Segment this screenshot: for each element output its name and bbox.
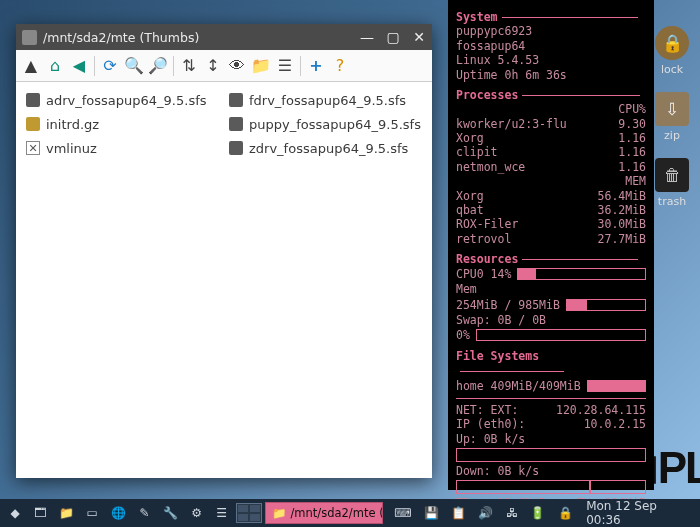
- desktop-icon-lock[interactable]: 🔒 lock: [652, 26, 692, 82]
- file-grid: adrv_fossapup64_9.5.sfsfdrv_fossapup64_9…: [26, 90, 422, 158]
- refresh-icon[interactable]: ⟳: [99, 55, 121, 77]
- proc-header-mem: MEM: [456, 174, 646, 188]
- section-system: System: [456, 10, 646, 24]
- mem-label: Mem: [456, 282, 646, 296]
- file-name: fdrv_fossapup64_9.5.sfs: [249, 93, 406, 108]
- mem-row: 254MiB / 985MiB: [456, 297, 646, 313]
- tray-drive-icon[interactable]: 💾: [419, 502, 443, 524]
- terminal-icon[interactable]: ▭: [81, 502, 103, 524]
- tool1-icon[interactable]: 🔧: [159, 502, 183, 524]
- file-item[interactable]: adrv_fossapup64_9.5.sfs: [26, 90, 219, 110]
- desktop-icon-zip[interactable]: ⇩ zip: [652, 92, 692, 148]
- mem-bar: [566, 299, 646, 311]
- net-up-label: Up: 0B k/s: [456, 432, 646, 446]
- desktop-icon-trash[interactable]: 🗑 trash: [652, 158, 692, 214]
- desktop-icon-label: lock: [652, 63, 692, 76]
- help-icon[interactable]: ?: [329, 55, 351, 77]
- process-row: retrovol27.7MiB: [456, 232, 646, 246]
- sort-icon[interactable]: ⇅: [178, 55, 200, 77]
- desktop-icons-column: 🔒 lock ⇩ zip 🗑 trash: [652, 26, 692, 224]
- taskbar: ◆ 🗔 📁 ▭ 🌐 ✎ 🔧 ⚙ ☰ 📁 /mnt/sda2/mte (T 100…: [0, 499, 700, 527]
- add-icon[interactable]: +: [305, 55, 327, 77]
- file-name: vmlinuz: [46, 141, 97, 156]
- toolbar-separator: [300, 56, 301, 76]
- swap-pct-label: 0%: [456, 328, 470, 342]
- file-item[interactable]: puppy_fossapup64_9.5.sfs: [229, 114, 422, 134]
- sfs-file-icon: [26, 93, 40, 107]
- back-icon[interactable]: ◀: [68, 55, 90, 77]
- cpu0-label: CPU0 14%: [456, 267, 511, 281]
- editor-icon[interactable]: ✎: [134, 502, 156, 524]
- select-icon[interactable]: ↕: [202, 55, 224, 77]
- up-icon[interactable]: ▲: [20, 55, 42, 77]
- file-manager-body[interactable]: adrv_fossapup64_9.5.sfsfdrv_fossapup64_9…: [16, 82, 432, 478]
- window-titlebar[interactable]: /mnt/sda2/mte (Thumbs) — ▢ ✕: [16, 24, 432, 50]
- taskbar-task-label: /mnt/sda2/mte (T: [290, 506, 383, 520]
- taskbar-clock[interactable]: Mon 12 Sep 00:36: [580, 499, 696, 527]
- show-desktop-icon[interactable]: 🗔: [29, 502, 51, 524]
- workspace-pager[interactable]: [236, 503, 263, 523]
- sfs-file-icon: [229, 93, 243, 107]
- file-item[interactable]: zdrv_fossapup64_9.5.sfs: [229, 138, 422, 158]
- file-name: initrd.gz: [46, 117, 99, 132]
- tray-keyboard-icon[interactable]: ⌨: [389, 502, 415, 524]
- list-icon[interactable]: ☰: [274, 55, 296, 77]
- process-row: Xorg1.16: [456, 131, 646, 145]
- sfs-file-icon: [229, 117, 243, 131]
- file-manager-window: /mnt/sda2/mte (Thumbs) — ▢ ✕ ▲ ⌂ ◀ ⟳ 🔍 🔎…: [16, 24, 432, 478]
- gz-file-icon: [26, 117, 40, 131]
- zoom-out-icon[interactable]: 🔍: [123, 55, 145, 77]
- browser-icon[interactable]: 🌐: [106, 502, 130, 524]
- taskbar-task-active[interactable]: 📁 /mnt/sda2/mte (T 100: [265, 502, 383, 524]
- process-row: clipit1.16: [456, 145, 646, 159]
- window-close-button[interactable]: ✕: [406, 24, 432, 50]
- uptime: Uptime 0h 6m 36s: [456, 68, 646, 82]
- file-manager-toolbar: ▲ ⌂ ◀ ⟳ 🔍 🔎 ⇅ ↕ 👁 📁 ☰ + ?: [16, 50, 432, 82]
- home-icon[interactable]: ⌂: [44, 55, 66, 77]
- hostname: puppypc6923: [456, 24, 646, 38]
- tray-network-icon[interactable]: 🖧: [501, 502, 523, 524]
- archive-icon: ⇩: [655, 92, 689, 126]
- tray-battery-icon[interactable]: 🔋: [526, 502, 550, 524]
- system-monitor-panel: System puppypc6923 fossapup64 Linux 5.4.…: [448, 0, 654, 490]
- file-name: zdrv_fossapup64_9.5.sfs: [249, 141, 408, 156]
- sfs-file-icon: [229, 141, 243, 155]
- window-maximize-button[interactable]: ▢: [380, 24, 406, 50]
- file-item[interactable]: fdrv_fossapup64_9.5.sfs: [229, 90, 422, 110]
- tool3-icon[interactable]: ☰: [211, 502, 233, 524]
- file-item[interactable]: initrd.gz: [26, 114, 219, 134]
- net-down-graph: [456, 480, 646, 494]
- fs-home-row: home 409MiB/409MiB: [456, 378, 646, 394]
- places-icon[interactable]: 📁: [54, 502, 78, 524]
- file-name: puppy_fossapup64_9.5.sfs: [249, 117, 421, 132]
- file-item[interactable]: vmlinuz: [26, 138, 219, 158]
- cpu0-bar: [517, 268, 646, 280]
- kernel: Linux 5.4.53: [456, 53, 646, 67]
- fs-home-bar: [587, 380, 646, 392]
- section-resources: Resources: [456, 252, 646, 266]
- net-up-graph: [456, 448, 646, 462]
- proc-header-cpu: CPU%: [456, 102, 646, 116]
- tool2-icon[interactable]: ⚙: [186, 502, 208, 524]
- tray-volume-icon[interactable]: 🔊: [473, 502, 497, 524]
- window-minimize-button[interactable]: —: [354, 24, 380, 50]
- ip-row: IP (eth0):10.0.2.15: [456, 417, 646, 431]
- eye-icon[interactable]: 👁: [226, 55, 248, 77]
- process-row: kworker/u2:3-flu9.30: [456, 117, 646, 131]
- net-down-label: Down: 0B k/s: [456, 464, 646, 478]
- tray-lock-icon[interactable]: 🔒: [553, 502, 577, 524]
- zoom-in-icon[interactable]: 🔎: [147, 55, 169, 77]
- trash-icon: 🗑: [655, 158, 689, 192]
- menu-button[interactable]: ◆: [4, 502, 26, 524]
- conky-separator: [456, 398, 646, 399]
- tray-clipboard-icon[interactable]: 📋: [446, 502, 470, 524]
- net-ext-row: NET: EXT:120.28.64.115: [456, 403, 646, 417]
- toolbar-separator: [94, 56, 95, 76]
- bin-file-icon: [26, 141, 40, 155]
- window-app-icon: [22, 30, 37, 45]
- folder-icon[interactable]: 📁: [250, 55, 272, 77]
- desktop-icon-label: zip: [652, 129, 692, 142]
- swap-bar: [476, 329, 646, 341]
- process-row: ROX-Filer30.0MiB: [456, 217, 646, 231]
- swap-text: Swap: 0B / 0B: [456, 313, 646, 327]
